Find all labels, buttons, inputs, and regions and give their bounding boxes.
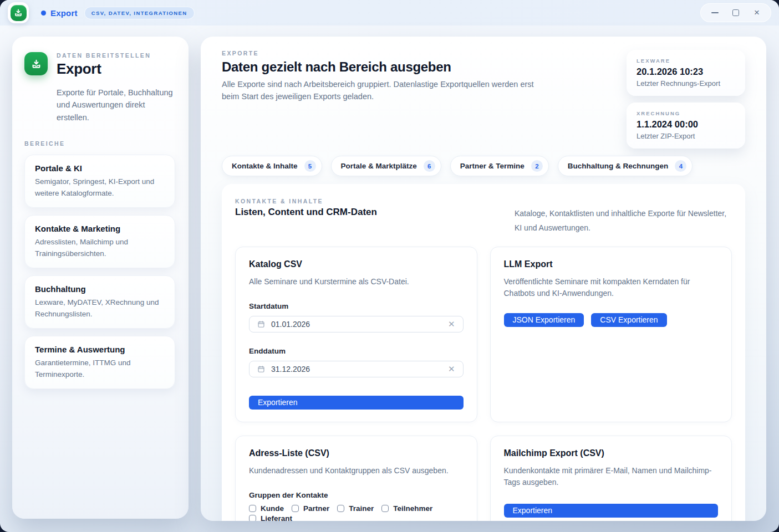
checkbox-label: Lieferant [261,514,292,521]
checkbox-row: Kunde Partner Trainer Teilnehmer Liefera… [249,504,464,521]
section-description: Kataloge, Kontaktlisten und inhaltliche … [515,198,732,236]
tab-partner-termine[interactable]: Partner & Termine 2 [450,156,549,176]
sidebar-title: Export [57,60,151,78]
maximize-button[interactable] [732,9,740,17]
tab-portale-marktplaetze[interactable]: Portale & Marktplätze 6 [331,156,441,176]
tab-count-badge: 6 [424,160,435,172]
sidebar-item-description: Lexware, MyDATEV, XRechnung und Rechnung… [35,297,165,320]
startdatum-input[interactable]: 01.01.2026 ✕ [249,316,464,332]
app-window: Export CSV, DATEV, INTEGRATIONEN × DATEN… [0,0,779,532]
startdatum-value: 01.01.2026 [271,320,310,329]
card-description: Alle Seminare und Kurstermine als CSV-Da… [249,276,464,288]
sidebar-item-title: Buchhaltung [35,284,165,294]
checkbox-icon [292,505,299,512]
card-mailchimp-export: Mailchimp Export (CSV) Kundenkontakte mi… [490,436,732,521]
card-title: LLM Export [504,259,719,269]
enddatum-label: Enddatum [249,347,464,355]
checkbox-kunde[interactable]: Kunde [249,504,284,514]
enddatum-input[interactable]: 31.12.2026 ✕ [249,361,464,377]
tab-count-badge: 5 [304,160,316,172]
card-title: Adress-Liste (CSV) [249,448,464,458]
close-icon: × [754,9,760,16]
stat-label: Letzter ZIP-Export [637,132,735,140]
enddatum-value: 31.12.2026 [271,365,310,374]
checkbox-label: Kunde [261,504,284,514]
llm-button-row: JSON Exportieren CSV Exportieren [504,313,719,327]
checkbox-label: Trainer [349,504,374,514]
tab-buchhaltung-rechnungen[interactable]: Buchhaltung & Rechnungen 4 [558,156,693,176]
checkbox-label: Partner [303,504,329,514]
download-tray-icon [24,52,48,75]
stat-card-xrechnung: XRECHNUNG 1.1.2024 00:00 Letzter ZIP-Exp… [627,103,745,149]
minimize-icon [711,12,719,13]
app-icon [8,2,29,23]
card-title: Mailchimp Export (CSV) [504,448,719,458]
sidebar-kicker: DATEN BEREITSTELLEN [57,52,151,59]
sidebar-item-description: Garantietermine, ITTMG und Terminexporte… [35,357,165,381]
card-description: Veröffentlichte Seminare mit kompakten K… [504,276,719,299]
section-kontakte-inhalte: KONTAKTE & INHALTE Listen, Content und C… [222,184,745,521]
startdatum-label: Startdatum [249,302,464,310]
stat-value: 1.1.2024 00:00 [637,119,735,130]
stat-kicker: XRECHNUNG [637,110,735,116]
content-area: DATEN BEREITSTELLEN Export Exporte für P… [0,25,779,532]
calendar-icon [257,365,265,373]
checkbox-icon [249,515,256,521]
page-description: Alle Exporte sind nach Arbeitsbereich gr… [222,79,546,103]
main-header: EXPORTE Daten gezielt nach Bereich ausge… [222,50,745,149]
tab-label: Buchhaltung & Rechnungen [568,162,669,170]
katalog-export-button[interactable]: Exportieren [249,396,464,410]
checkbox-partner[interactable]: Partner [292,504,329,514]
section-header-text: KONTAKTE & INHALTE Listen, Content und C… [235,198,377,236]
titlebar: Export CSV, DATEV, INTEGRATIONEN × [0,0,779,25]
minimize-button[interactable] [711,9,719,17]
sidebar-item-kontakte-marketing[interactable]: Kontakte & Marketing Adresslisten, Mailc… [24,215,175,268]
sidebar-header: DATEN BEREITSTELLEN Export [24,52,175,78]
mailchimp-export-button[interactable]: Exportieren [504,504,719,518]
checkbox-lieferant[interactable]: Lieferant [249,514,292,521]
checkbox-trainer[interactable]: Trainer [337,504,374,514]
tab-count-badge: 2 [531,160,543,172]
card-description: Kundenadressen und Kontaktgruppen als CS… [249,465,464,477]
status-dot [41,11,46,16]
gruppen-label: Gruppen der Kontakte [249,491,464,499]
section-header: KONTAKTE & INHALTE Listen, Content und C… [235,198,732,236]
card-katalog-csv: Katalog CSV Alle Seminare und Kurstermin… [235,247,477,422]
clear-date-icon[interactable]: ✕ [448,365,455,373]
stat-value: 20.1.2026 10:23 [637,66,735,77]
checkbox-icon [337,505,344,512]
section-kicker: KONTAKTE & INHALTE [235,198,377,204]
card-title: Katalog CSV [249,259,464,269]
sidebar-section-label: BEREICHE [24,140,175,147]
card-llm-export: LLM Export Veröffentlichte Seminare mit … [490,247,732,422]
sidebar-description: Exporte für Portale, Buchhaltung und Aus… [57,86,175,124]
sidebar: DATEN BEREITSTELLEN Export Exporte für P… [12,37,189,519]
checkbox-teilnehmer[interactable]: Teilnehmer [381,504,432,514]
tab-bar: Kontakte & Inhalte 5 Portale & Marktplät… [222,156,745,176]
maximize-icon [732,9,739,16]
main-header-text: EXPORTE Daten gezielt nach Bereich ausge… [222,50,546,149]
tab-count-badge: 4 [675,160,686,172]
csv-export-button[interactable]: CSV Exportieren [591,313,666,327]
sidebar-item-termine-auswertung[interactable]: Termine & Auswertung Garantietermine, IT… [24,336,175,389]
json-export-button[interactable]: JSON Exportieren [504,313,584,327]
main-kicker: EXPORTE [222,50,546,57]
card-adress-liste: Adress-Liste (CSV) Kundenadressen und Ko… [235,436,477,521]
tab-kontakte-inhalte[interactable]: Kontakte & Inhalte 5 [222,156,322,176]
stat-label: Letzter Rechnungs-Export [637,79,735,88]
sidebar-item-buchhaltung[interactable]: Buchhaltung Lexware, MyDATEV, XRechnung … [24,275,175,329]
sidebar-item-description: Semigator, Springest, KI-Export und weit… [35,176,165,200]
sidebar-item-portale-ki[interactable]: Portale & KI Semigator, Springest, KI-Ex… [24,155,175,208]
sidebar-item-title: Termine & Auswertung [35,345,165,354]
stat-cards: LEXWARE 20.1.2026 10:23 Letzter Rechnung… [627,50,745,149]
calendar-icon [257,320,265,328]
kontakt-gruppen-checkboxes: Kunde Partner Trainer Teilnehmer Liefera… [249,504,464,521]
title-badge: CSV, DATEV, INTEGRATIONEN [84,7,195,19]
close-button[interactable]: × [753,9,761,17]
window-title: Export [50,8,78,18]
checkbox-label: Teilnehmer [393,504,432,514]
stat-card-lexware: LEXWARE 20.1.2026 10:23 Letzter Rechnung… [627,50,745,96]
clear-date-icon[interactable]: ✕ [448,320,455,328]
section-title: Listen, Content und CRM-Daten [235,207,377,218]
sidebar-item-description: Adresslisten, Mailchimp und Trainingsübe… [35,237,165,260]
